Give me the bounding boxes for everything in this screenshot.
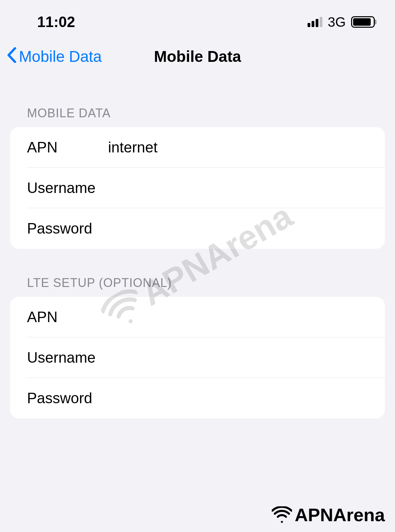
battery-icon: [351, 16, 375, 28]
chevron-left-icon: [7, 46, 17, 67]
row-label-apn: APN: [27, 139, 108, 156]
status-bar: 11:02 3G: [0, 0, 395, 37]
status-time: 11:02: [37, 14, 75, 30]
section-lte-setup: LTE SETUP (OPTIONAL) APN Username Passwo…: [0, 249, 395, 418]
row-label-lte-username: Username: [27, 349, 108, 366]
row-lte-password[interactable]: Password: [10, 378, 385, 418]
row-password[interactable]: Password: [10, 208, 385, 249]
apn-input[interactable]: [108, 139, 368, 156]
back-label: Mobile Data: [19, 47, 102, 66]
lte-apn-input[interactable]: [108, 309, 368, 325]
network-type: 3G: [328, 15, 346, 30]
section-group-mobile-data: APN Username Password: [10, 127, 385, 249]
row-label-lte-password: Password: [27, 390, 108, 407]
row-lte-username[interactable]: Username: [27, 337, 385, 378]
row-label-password: Password: [27, 220, 108, 237]
section-header-lte: LTE SETUP (OPTIONAL): [0, 249, 395, 297]
wifi-icon: [272, 506, 292, 523]
back-button[interactable]: Mobile Data: [7, 46, 102, 67]
lte-username-input[interactable]: [108, 349, 368, 366]
navigation-bar: Mobile Data Mobile Data: [0, 37, 395, 79]
password-input[interactable]: [108, 220, 368, 237]
row-label-username: Username: [27, 179, 108, 196]
row-label-lte-apn: APN: [27, 309, 108, 325]
watermark: APNArena: [272, 504, 385, 525]
row-lte-apn[interactable]: APN: [27, 297, 385, 337]
section-group-lte: APN Username Password: [10, 297, 385, 418]
row-username[interactable]: Username: [27, 168, 385, 208]
section-mobile-data: MOBILE DATA APN Username Password: [0, 79, 395, 249]
username-input[interactable]: [108, 179, 368, 196]
signal-icon: [308, 17, 322, 27]
status-indicators: 3G: [308, 15, 375, 30]
lte-password-input[interactable]: [108, 390, 368, 407]
watermark-text: APNArena: [295, 504, 385, 525]
section-header-mobile-data: MOBILE DATA: [0, 79, 395, 127]
row-apn[interactable]: APN: [27, 127, 385, 168]
